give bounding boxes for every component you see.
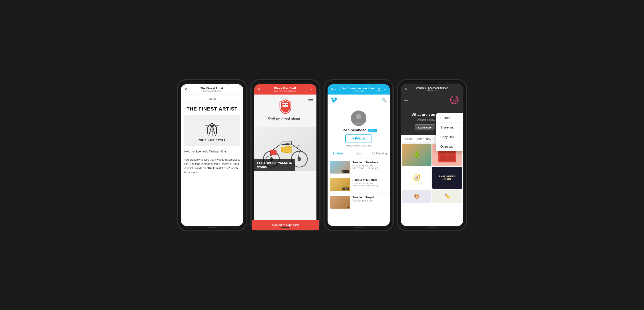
p3-profile-name: Lior Sperandeo <box>340 128 366 132</box>
p1-bio-text: Hello, I'm Leonardo Taehwan Kim. <box>184 150 240 154</box>
phone-2: ✕ Bless This Stuff www.blessthisstuff.co… <box>251 80 320 231</box>
p4-popular-chevron: ▾ <box>412 138 414 140</box>
p4-gallery-item-5[interactable]: 🎨 <box>402 190 432 203</box>
p1-content-area: THE FINEST ARTIST <box>181 103 243 178</box>
p4-context-copy-link[interactable]: Copy Link <box>436 132 463 142</box>
p4-gallery-item-3[interactable]: 🧭 <box>402 167 432 189</box>
phone-3-screen: ✕ ‹ › Lior Sperandeo on Vimeo vimeo.com … <box>328 84 390 226</box>
p1-nav-menu[interactable]: Menu <box>181 95 243 103</box>
phone-1: ✕ The Finest Artist thefinestartist.com … <box>178 80 246 231</box>
p4-context-open-with[interactable]: Open with <box>436 142 463 151</box>
p4-now-chevron: ▾ <box>432 138 433 140</box>
p3-video-item-3[interactable]: People of Nepal from Lior Sperandeo <box>328 194 390 211</box>
p3-video-from-2: from Lior Sperandeo <box>352 182 379 184</box>
phone-speaker-2 <box>280 83 291 84</box>
p4-gallery-item-1[interactable]: 🌵 <box>402 144 432 166</box>
p3-thumb-3 <box>330 196 350 209</box>
p4-page-title: Dribbble - Show and tell for <box>416 86 448 89</box>
p3-browser-header: ✕ ‹ › Lior Sperandeo on Vimeo vimeo.com … <box>328 84 390 94</box>
phone-speaker-1 <box>206 83 218 84</box>
p4-dribbble-navbar <box>401 94 463 108</box>
p2-tagline: Stuff we drool about... <box>268 117 303 121</box>
p3-forward-button[interactable]: › <box>339 87 340 92</box>
p3-video-info-2: People of Mumbai from Lior Sperandeo 2,5… <box>352 178 379 187</box>
p4-context-refresh[interactable]: Refresh <box>436 113 463 123</box>
phone-camera-1 <box>226 83 228 84</box>
p4-gallery-item-6[interactable]: ✏️ <box>432 190 462 203</box>
p3-video-item-2[interactable]: 02:39 People of Mumbai from Lior Sperand… <box>328 176 390 194</box>
p3-thumb-1: 01:59 <box>330 161 350 174</box>
svg-rect-9 <box>270 150 276 155</box>
p4-now-filter[interactable]: Now ▾ <box>426 138 433 140</box>
p3-page-title: Lior Sperandeo on Vimeo <box>341 86 376 90</box>
p2-page-title: Bless This Stuff <box>274 86 296 90</box>
p3-header-actions: ⊡ ⋮ <box>378 87 386 92</box>
p3-follow-button[interactable]: + Follow <box>345 134 372 142</box>
p3-close-button[interactable]: ✕ <box>331 87 334 92</box>
p1-browser-header: ✕ The Finest Artist thefinestartist.com … <box>181 84 243 95</box>
p4-hamburger[interactable] <box>404 99 408 102</box>
p1-bio-para2: You probably noticed that my logo resemb… <box>184 158 240 175</box>
p3-vimeo-logo <box>331 97 337 104</box>
p3-video-meta-2: 2,500 plays | 2 months ago <box>352 184 379 187</box>
p1-logo-svg <box>201 120 223 138</box>
p3-video-from-3: from Lior Sperandeo <box>352 200 374 202</box>
p3-page-url: vimeo.com <box>341 90 376 92</box>
p4-context-menu: Refresh Share via Copy Link Open with <box>436 113 463 151</box>
p4-gallery-item-4[interactable]: EXPLORERSCLUB <box>432 167 462 189</box>
p3-video-info-3: People of Nepal from Lior Sperandeo <box>352 196 374 202</box>
p3-search-icon[interactable]: 🔍 <box>382 98 386 102</box>
p3-tabs-bar: 4 Videos Likes 23 Following <box>328 149 390 158</box>
p3-more-button[interactable]: ⋮ <box>382 87 386 92</box>
phone-1-screen: ✕ The Finest Artist thefinestartist.com … <box>181 84 243 226</box>
p2-hamburger[interactable] <box>308 98 313 101</box>
p2-content-below <box>254 171 316 226</box>
p2-close-button[interactable]: ✕ <box>258 87 261 92</box>
p4-learn-more-button[interactable]: Learn more <box>414 124 435 131</box>
p4-popular-filter[interactable]: Popular ▾ <box>404 138 414 140</box>
p4-browser-header: ✕ Dribbble - Show and tell for dribbble.… <box>401 84 463 94</box>
p3-tab-likes[interactable]: Likes <box>348 149 369 158</box>
p4-close-button[interactable]: ✕ <box>404 86 407 91</box>
p3-video-item-1[interactable]: 01:59 People of Nowhere from Lior Speran… <box>328 158 390 176</box>
p3-back-button[interactable]: ‹ <box>335 87 337 92</box>
p3-tab-following[interactable]: 23 Following <box>369 149 390 158</box>
p2-bike-label: ELLASPEDE YAMAHA XT660 <box>254 159 295 171</box>
p4-context-share[interactable]: Share via <box>436 123 463 132</box>
p4-shots-filter[interactable]: Shots ▾ <box>416 138 424 140</box>
phone-speaker-3 <box>353 83 364 84</box>
p4-page-url: dribbble.com <box>416 89 448 91</box>
p3-thumb-2: 02:39 <box>330 178 350 191</box>
p1-more-button[interactable]: ⋮ <box>236 87 240 92</box>
p2-more-button[interactable]: ⋮ <box>309 87 313 92</box>
p3-video-title-1: People of Nowhere <box>352 161 378 164</box>
p4-title-block: Dribbble - Show and tell for dribbble.co… <box>416 86 448 91</box>
p3-video-info-1: People of Nowhere from Lior Sperandeo 49… <box>352 161 378 169</box>
p4-gallery-row-2: 🎨 ✏️ <box>401 190 463 203</box>
phone-4: ✕ Dribbble - Show and tell for dribbble.… <box>398 80 466 231</box>
p2-hero-wrapper: Stuff we drool about... <box>254 94 316 127</box>
phone-camera-2 <box>300 83 301 84</box>
p4-more-button[interactable]: ⋮ <box>456 87 460 91</box>
phone-3: ✕ ‹ › Lior Sperandeo on Vimeo vimeo.com … <box>324 80 393 231</box>
p1-main-heading: THE FINEST ARTIST <box>184 106 240 112</box>
p3-back-forward: ‹ › <box>335 87 340 92</box>
p2-shield-logo <box>278 99 293 114</box>
p2-hero-section: Stuff we drool about... <box>254 94 316 127</box>
p3-video-title-2: People of Mumbai <box>352 178 379 182</box>
p1-title-block: The Finest Artist thefinestartist.com <box>200 86 223 92</box>
p1-logo-box: THE FINEST ARTIST <box>184 115 240 146</box>
svg-rect-3 <box>282 106 288 107</box>
p3-title-block: Lior Sperandeo on Vimeo vimeo.com <box>341 86 376 92</box>
p3-video-list: 01:59 People of Nowhere from Lior Speran… <box>328 158 390 226</box>
p3-avatar <box>351 110 366 126</box>
p2-browser-header: ✕ Bless This Stuff www.blessthisstuff.co… <box>254 84 316 94</box>
p4-dribbble-logo <box>449 95 460 106</box>
p1-logo-text: THE FINEST ARTIST <box>198 139 226 141</box>
svg-rect-1 <box>282 105 288 106</box>
svg-point-11 <box>356 114 361 119</box>
p3-duration-2: 02:39 <box>342 188 349 190</box>
p3-tab-videos[interactable]: 4 Videos <box>328 149 348 158</box>
p3-share-button[interactable]: ⊡ <box>378 87 380 91</box>
p1-close-button[interactable]: ✕ <box>184 87 188 92</box>
